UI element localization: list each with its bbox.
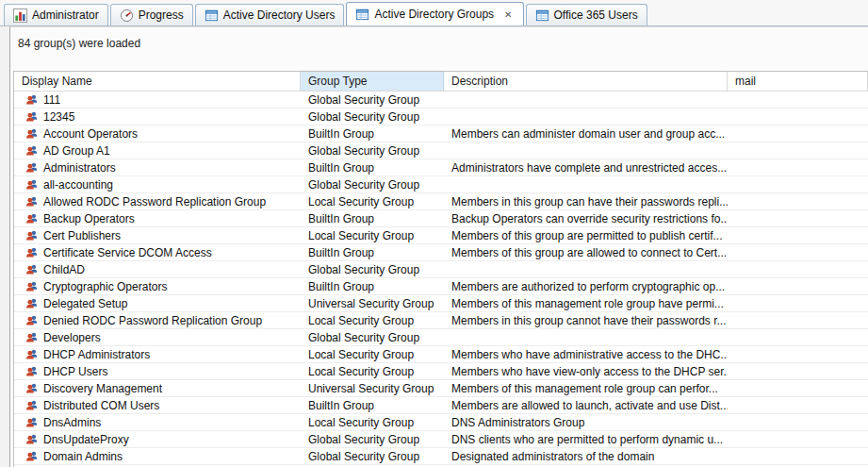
column-header-mail[interactable]: mail bbox=[728, 72, 868, 91]
group-icon bbox=[25, 178, 38, 191]
table-row[interactable]: Backup Operators BuiltIn Group Backup Op… bbox=[14, 210, 868, 227]
table-row[interactable]: Cryptographic Operators BuiltIn Group Me… bbox=[14, 278, 868, 295]
group-type-cell: Local Security Group bbox=[301, 193, 444, 209]
table-row[interactable]: all-accounting Global Security Group bbox=[14, 176, 868, 193]
table-row[interactable]: Developers Global Security Group bbox=[14, 329, 868, 346]
group-icon bbox=[25, 263, 38, 275]
display-name-cell: AD Group A1 bbox=[43, 144, 110, 158]
display-name-cell: Discovery Management bbox=[43, 382, 162, 395]
tab-office-365-users[interactable]: Office 365 Users bbox=[526, 4, 647, 25]
description-cell bbox=[444, 261, 728, 277]
status-text: 84 group(s) were loaded bbox=[10, 27, 868, 61]
table-row[interactable]: Account Operators BuiltIn Group Members … bbox=[14, 125, 868, 142]
tab-label: Active Directory Groups bbox=[374, 8, 494, 21]
description-cell: DNS clients who are permitted to perform… bbox=[444, 431, 728, 447]
group-type-cell: Global Security Group bbox=[301, 142, 444, 158]
table-header: Display Name Group Type Description mail bbox=[14, 72, 868, 92]
tab-active-directory-groups[interactable]: Active Directory Groups ✕ bbox=[346, 2, 523, 25]
group-type-cell: BuiltIn Group bbox=[301, 278, 444, 294]
display-name-cell: 12345 bbox=[43, 110, 74, 124]
display-name-cell: Domain Admins bbox=[43, 450, 123, 463]
group-type-cell: Local Security Group bbox=[301, 414, 444, 430]
mail-cell bbox=[728, 159, 868, 175]
column-header-description[interactable]: Description bbox=[444, 72, 728, 91]
groups-table: Display Name Group Type Description mail… bbox=[13, 71, 868, 467]
tab-label: Active Directory Users bbox=[223, 8, 336, 22]
table-row[interactable]: DHCP Administrators Local Security Group… bbox=[14, 346, 868, 363]
group-type-cell: Local Security Group bbox=[301, 346, 444, 362]
mail-cell bbox=[728, 397, 868, 413]
description-cell: Backup Operators can override security r… bbox=[444, 210, 728, 226]
group-type-cell: BuiltIn Group bbox=[301, 397, 444, 413]
description-cell: Members who have administrative access t… bbox=[444, 346, 728, 362]
mail-cell bbox=[728, 261, 868, 277]
table-row[interactable]: DnsAdmins Local Security Group DNS Admin… bbox=[14, 414, 868, 431]
description-cell bbox=[444, 108, 728, 125]
column-header-group-type[interactable]: Group Type bbox=[301, 72, 444, 91]
description-cell: Members who have view-only access to the… bbox=[444, 363, 728, 379]
tab-active-directory-users[interactable]: Active Directory Users bbox=[195, 4, 345, 25]
display-name-cell: Delegated Setup bbox=[43, 297, 127, 310]
mail-cell bbox=[728, 142, 868, 158]
table-row[interactable]: Delegated Setup Universal Security Group… bbox=[14, 295, 868, 312]
description-cell: Members of this management role group ha… bbox=[444, 295, 728, 311]
description-cell bbox=[444, 92, 728, 108]
group-icon bbox=[25, 195, 38, 208]
display-name-cell: Distributed COM Users bbox=[43, 399, 159, 412]
group-icon bbox=[25, 348, 38, 360]
mail-cell bbox=[728, 210, 868, 226]
mail-cell bbox=[728, 295, 868, 311]
column-header-display-name[interactable]: Display Name bbox=[14, 72, 301, 91]
group-type-cell: BuiltIn Group bbox=[301, 244, 444, 260]
group-icon bbox=[25, 246, 38, 259]
description-cell: Members are authorized to perform crypto… bbox=[444, 278, 728, 294]
mail-cell bbox=[728, 346, 868, 362]
display-name-cell: DnsUpdateProxy bbox=[43, 433, 129, 446]
table-row[interactable]: Distributed COM Users BuiltIn Group Memb… bbox=[14, 397, 868, 414]
mail-cell bbox=[728, 414, 868, 430]
table-row[interactable]: Denied RODC Password Replication Group L… bbox=[14, 312, 868, 329]
mail-cell bbox=[728, 329, 868, 345]
mail-cell bbox=[728, 193, 868, 209]
table-row[interactable]: DnsUpdateProxy Global Security Group DNS… bbox=[14, 431, 868, 448]
table-row[interactable]: Certificate Service DCOM Access BuiltIn … bbox=[14, 244, 868, 261]
tab-administrator[interactable]: Administrator bbox=[4, 4, 108, 25]
gauge-icon bbox=[120, 8, 134, 23]
display-name-cell: Denied RODC Password Replication Group bbox=[43, 314, 262, 327]
group-type-cell: Global Security Group bbox=[301, 92, 444, 108]
description-cell: Members of this group are allowed to con… bbox=[444, 244, 728, 260]
table-row[interactable]: AD Group A1 Global Security Group bbox=[14, 142, 868, 159]
table-icon bbox=[205, 8, 219, 23]
display-name-cell: DHCP Administrators bbox=[43, 348, 150, 361]
table-icon bbox=[535, 8, 549, 23]
table-row[interactable]: Administrators BuiltIn Group Administrat… bbox=[14, 159, 868, 176]
table-row[interactable]: DHCP Users Local Security Group Members … bbox=[14, 363, 868, 380]
group-type-cell: Local Security Group bbox=[301, 312, 444, 328]
mail-cell bbox=[728, 108, 868, 125]
display-name-cell: 111 bbox=[43, 93, 60, 107]
display-name-cell: Cryptographic Operators bbox=[43, 280, 167, 293]
table-row[interactable]: Discovery Management Universal Security … bbox=[14, 380, 868, 397]
close-icon[interactable]: ✕ bbox=[502, 8, 514, 21]
display-name-cell: Administrators bbox=[43, 161, 116, 175]
display-name-cell: Allowed RODC Password Replication Group bbox=[43, 195, 266, 208]
table-row[interactable]: 111 Global Security Group bbox=[14, 92, 868, 108]
group-type-cell: Universal Security Group bbox=[301, 380, 444, 396]
groups-table-body: 111 Global Security Group 12345 Global S… bbox=[14, 92, 868, 467]
table-row[interactable]: Domain Admins Global Security Group Desi… bbox=[14, 448, 868, 465]
table-row[interactable]: ChildAD Global Security Group bbox=[14, 261, 868, 278]
group-icon bbox=[25, 314, 38, 326]
mail-cell bbox=[728, 92, 868, 108]
table-row[interactable]: Cert Publishers Local Security Group Mem… bbox=[14, 227, 868, 244]
table-row[interactable]: 12345 Global Security Group bbox=[14, 108, 868, 125]
group-type-cell: Global Security Group bbox=[301, 431, 444, 447]
group-type-cell: Global Security Group bbox=[301, 261, 444, 277]
group-icon bbox=[25, 365, 38, 377]
group-icon bbox=[25, 416, 38, 428]
mail-cell bbox=[728, 227, 868, 243]
description-cell: Administrators have complete and unrestr… bbox=[444, 159, 728, 175]
description-cell bbox=[444, 329, 728, 345]
table-icon bbox=[355, 8, 369, 22]
table-row[interactable]: Allowed RODC Password Replication Group … bbox=[14, 193, 868, 210]
tab-progress[interactable]: Progress bbox=[110, 4, 193, 25]
